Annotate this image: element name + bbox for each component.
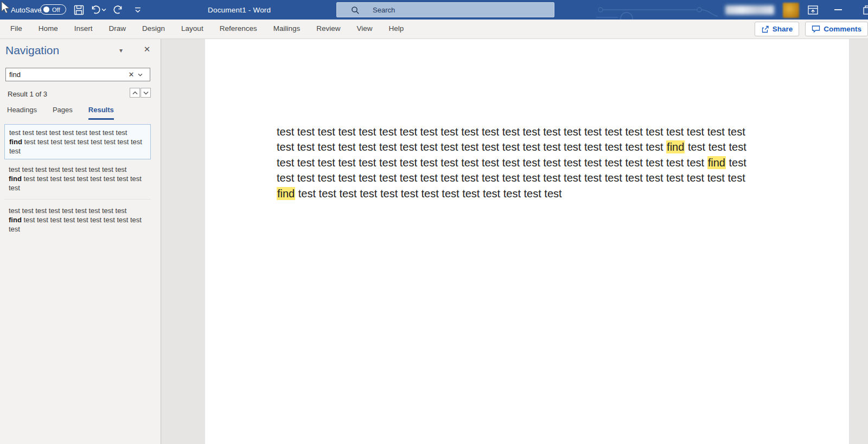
autosave-label: AutoSave (11, 0, 41, 20)
search-options-chevron-icon[interactable] (138, 73, 150, 76)
document-line: test test test test test test test test … (277, 155, 746, 170)
comments-icon (812, 25, 820, 33)
result-line: find test test test test test test test … (9, 174, 146, 183)
result-line: find test test test test test test test … (9, 215, 146, 224)
document-line: test test test test test test test test … (277, 139, 746, 155)
titlebar-decoration (589, 0, 724, 20)
tab-mailings[interactable]: Mailings (265, 20, 309, 38)
tab-headings[interactable]: Headings (7, 106, 37, 120)
titlebar: AutoSave Off Document1 - (0, 0, 868, 20)
navigation-tabs: Headings Pages Results (7, 106, 130, 120)
tab-draw[interactable]: Draw (101, 20, 135, 38)
result-separator (4, 199, 151, 200)
comments-button[interactable]: Comments (805, 22, 868, 36)
tab-home[interactable]: Home (30, 20, 66, 38)
autosave-toggle-knob (43, 7, 49, 12)
autosave-toggle[interactable]: Off (40, 4, 66, 15)
tab-results[interactable]: Results (88, 106, 114, 120)
restore-button[interactable] (858, 0, 868, 20)
customize-quick-access-toolbar-icon[interactable] (130, 0, 145, 20)
next-result-button[interactable] (141, 88, 151, 98)
tab-insert[interactable]: Insert (66, 20, 101, 38)
tab-help[interactable]: Help (381, 20, 412, 38)
result-line: test test test test test test test test … (9, 165, 146, 174)
tab-layout[interactable]: Layout (173, 20, 212, 38)
result-line: find test test test test test test test … (9, 137, 146, 146)
comments-label: Comments (824, 25, 861, 33)
user-name-blurred (725, 5, 774, 15)
document-page[interactable]: test test test test test test test test … (205, 39, 849, 444)
ribbon-tabs: File Home Insert Draw Design Layout Refe… (0, 20, 868, 38)
result-item[interactable]: test test test test test test test test … (4, 203, 151, 237)
share-button[interactable]: Share (755, 22, 800, 36)
undo-dropdown-icon[interactable] (100, 0, 107, 20)
minimize-button[interactable] (829, 0, 847, 20)
tab-file[interactable]: File (2, 20, 30, 38)
tab-review[interactable]: Review (308, 20, 348, 38)
result-line: test test test test test test test test … (9, 206, 146, 215)
clear-search-icon[interactable]: ✕ (125, 70, 138, 79)
result-counter: Result 1 of 3 (8, 90, 47, 98)
result-line: test (9, 224, 146, 234)
result-line: test (9, 183, 146, 192)
result-item[interactable]: test test test test test test test test … (4, 162, 151, 196)
previous-result-button[interactable] (130, 88, 140, 98)
avatar[interactable] (783, 3, 799, 18)
share-icon (761, 25, 769, 33)
result-line: test test test test test test test test … (9, 128, 146, 137)
find-match-highlight: find (707, 156, 726, 169)
titlebar-search-placeholder: Search (373, 6, 395, 14)
ribbon-tab-row: File Home Insert Draw Design Layout Refe… (0, 20, 868, 39)
find-match-highlight: find (277, 187, 295, 200)
navigation-search-box[interactable]: ✕ (5, 68, 150, 81)
tab-view[interactable]: View (348, 20, 380, 38)
tab-pages[interactable]: Pages (53, 106, 73, 120)
mouse-cursor (1, 1, 12, 15)
tab-design[interactable]: Design (134, 20, 173, 38)
titlebar-search-box[interactable]: Search (336, 2, 554, 17)
result-line: test (9, 146, 146, 156)
result-item[interactable]: test test test test test test test test … (4, 124, 151, 159)
autosave-state-label: Off (52, 7, 60, 13)
results-list: test test test test test test test test … (0, 123, 161, 239)
navigation-search-input[interactable] (6, 70, 125, 79)
document-line: test test test test test test test test … (277, 124, 746, 139)
navigation-pane-menu-icon[interactable]: ▾ (119, 47, 123, 54)
document-canvas: test test test test test test test test … (162, 39, 868, 444)
save-icon[interactable] (71, 0, 86, 20)
ribbon-display-options-icon[interactable] (803, 0, 822, 20)
document-line: test test test test test test test test … (277, 170, 746, 185)
document-title: Document1 - Word (208, 0, 271, 20)
navigation-pane-title: Navigation (5, 44, 59, 57)
find-match-highlight: find (666, 140, 685, 153)
navigation-pane: Navigation ▾ ✕ ✕ Result 1 of 3 Headings … (0, 39, 161, 444)
share-label: Share (773, 25, 793, 33)
search-icon (351, 6, 360, 15)
redo-icon[interactable] (111, 0, 126, 20)
navigation-pane-close-icon[interactable]: ✕ (142, 44, 152, 54)
tab-references[interactable]: References (212, 20, 265, 38)
document-text: test test test test test test test test … (277, 124, 746, 201)
document-line: find test test test test test test test … (277, 186, 746, 201)
